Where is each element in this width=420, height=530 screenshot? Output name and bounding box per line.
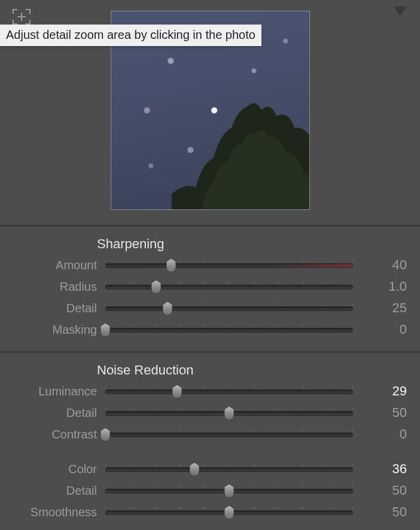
sharpening-title: Sharpening <box>97 236 407 252</box>
color-value[interactable]: 36 <box>353 461 407 477</box>
luminance-label: Luminance <box>13 385 105 398</box>
smoothness-slider[interactable] <box>105 505 353 519</box>
detail-label: Detail <box>13 406 105 420</box>
detail-value[interactable]: 50 <box>353 483 407 498</box>
masking-label: Masking <box>13 323 105 337</box>
detail-label: Detail <box>13 484 105 498</box>
sharpening-section: Sharpening Amount40Radius1.0Detail25Mask… <box>0 227 420 353</box>
detail-zoom-tooltip: Adjust detail zoom area by clicking in t… <box>0 25 261 46</box>
color-label: Color <box>13 462 105 476</box>
luminance-slider[interactable] <box>105 385 353 398</box>
noise-reduction-title: Noise Reduction <box>97 363 407 378</box>
noise-reduction-detail-row: Detail50 <box>13 402 407 424</box>
radius-value[interactable]: 1.0 <box>353 279 407 294</box>
detail-label: Detail <box>13 301 105 315</box>
detail-value[interactable]: 50 <box>353 405 407 421</box>
noise-reduction-smoothness-row: Smoothness50 <box>13 501 407 523</box>
noise-reduction-detail-row: Detail50 <box>13 480 407 501</box>
noise-reduction-luminance-row: Luminance29 <box>13 380 407 402</box>
collapse-triangle-icon[interactable] <box>392 5 408 18</box>
preview-foreground <box>172 92 310 210</box>
noise-reduction-section: Noise Reduction Luminance29Detail50Contr… <box>0 353 420 530</box>
sharpening-masking-row: Masking0 <box>13 319 407 340</box>
noise-reduction-color-row: Color36 <box>13 458 407 480</box>
detail-preview-section: Adjust detail zoom area by clicking in t… <box>0 0 420 227</box>
sharpening-radius-row: Radius1.0 <box>13 276 407 297</box>
detail-slider[interactable] <box>105 406 353 419</box>
radius-label: Radius <box>13 280 105 294</box>
luminance-value[interactable]: 29 <box>353 383 407 399</box>
masking-slider[interactable] <box>105 323 353 336</box>
sharpening-detail-row: Detail25 <box>13 297 407 319</box>
contrast-value[interactable]: 0 <box>353 427 407 442</box>
detail-slider[interactable] <box>105 484 353 497</box>
smoothness-label: Smoothness <box>13 505 105 519</box>
detail-panel: Adjust detail zoom area by clicking in t… <box>0 0 420 530</box>
sharpening-amount-row: Amount40 <box>13 254 407 276</box>
contrast-label: Contrast <box>13 428 105 441</box>
noise-reduction-contrast-row: Contrast0 <box>13 424 407 445</box>
amount-label: Amount <box>13 258 105 272</box>
amount-value[interactable]: 40 <box>353 257 407 273</box>
amount-slider[interactable] <box>105 258 353 272</box>
smoothness-value[interactable]: 50 <box>353 504 407 520</box>
contrast-slider[interactable] <box>105 428 353 441</box>
masking-value[interactable]: 0 <box>353 322 407 337</box>
color-slider[interactable] <box>105 462 353 476</box>
detail-value[interactable]: 25 <box>353 300 407 316</box>
radius-slider[interactable] <box>105 280 353 293</box>
detail-slider[interactable] <box>105 301 353 315</box>
